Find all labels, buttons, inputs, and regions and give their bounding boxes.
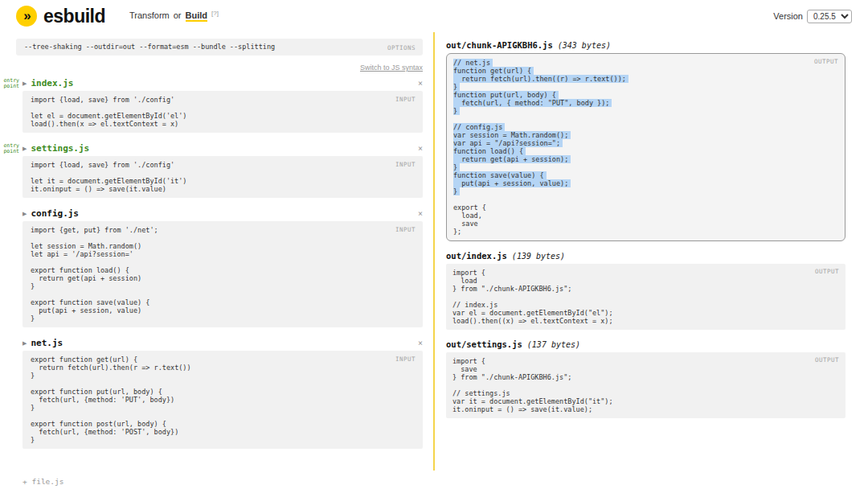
file-section-index: entry point ▶ index.js × import {load, s…: [23, 78, 423, 133]
file-section-net: ▶ net.js × export function get(url) { re…: [23, 338, 423, 449]
output-file-size: (137 bytes): [527, 340, 580, 349]
chevrons-right-icon: »: [23, 9, 29, 23]
output-code: // net.jsfunction get(url) { return fetc…: [453, 59, 838, 236]
close-icon[interactable]: ×: [418, 210, 423, 218]
output-code-box[interactable]: import { save} from "./chunk-APIGKBH6.js…: [446, 352, 845, 418]
nav-or-text: or: [174, 10, 182, 20]
output-file-name: out/chunk-APIGKBH6.js: [446, 40, 553, 50]
file-header: ▶ config.js ×: [23, 208, 423, 219]
close-icon[interactable]: ×: [418, 145, 423, 153]
code-input-wrap: export function get(url) { return fetch(…: [23, 351, 423, 449]
options-row: OPTIONS: [16, 39, 423, 55]
file-name[interactable]: index.js: [31, 78, 73, 88]
close-icon[interactable]: ×: [418, 339, 423, 347]
version-area: Version 0.25.5: [773, 10, 852, 23]
close-icon[interactable]: ×: [418, 80, 423, 88]
tab-transform[interactable]: Transform: [129, 10, 170, 20]
output-file-header: out/index.js (139 bytes): [446, 251, 845, 261]
add-file-button[interactable]: + file.js: [23, 477, 63, 486]
entry-badge-line2: point: [3, 148, 19, 154]
entry-point-badge: entry point: [0, 143, 19, 154]
collapse-arrow-icon[interactable]: ▶: [23, 146, 27, 152]
output-file-name: out/index.js: [446, 251, 507, 261]
output-code-box[interactable]: import { load} from "./chunk-APIGKBH6.js…: [446, 264, 845, 330]
output-file-header: out/settings.js (137 bytes): [446, 339, 845, 349]
collapse-arrow-icon[interactable]: ▶: [23, 211, 27, 217]
mode-nav: Transform or Build [?]: [129, 10, 219, 22]
esbuild-logo-icon: »: [16, 6, 37, 27]
version-label: Version: [773, 11, 803, 21]
file-header: entry point ▶ settings.js ×: [23, 143, 423, 154]
file-section-settings: entry point ▶ settings.js × import {load…: [23, 143, 423, 198]
output-file-size: (343 bytes): [558, 41, 611, 50]
main-split: OPTIONS Switch to JS syntax entry point …: [0, 32, 868, 487]
switch-to-js-syntax-link[interactable]: Switch to JS syntax: [360, 64, 423, 72]
output-file-name: out/settings.js: [446, 339, 522, 349]
file-name[interactable]: settings.js: [31, 143, 89, 154]
version-select[interactable]: 0.25.5: [807, 10, 852, 23]
file-code-input[interactable]: import {load, save} from './config' let …: [23, 91, 423, 133]
output-file-header: out/chunk-APIGKBH6.js (343 bytes): [446, 40, 845, 50]
file-section-config: ▶ config.js × import {get, put} from './…: [23, 208, 423, 327]
entry-badge-line2: point: [3, 83, 19, 89]
input-panel: OPTIONS Switch to JS syntax entry point …: [0, 32, 433, 487]
collapse-arrow-icon[interactable]: ▶: [23, 340, 27, 347]
build-options-input[interactable]: [16, 39, 423, 55]
output-code-box[interactable]: // net.jsfunction get(url) { return fetc…: [446, 53, 845, 241]
file-header: ▶ net.js ×: [23, 338, 423, 348]
collapse-arrow-icon[interactable]: ▶: [23, 80, 27, 87]
output-section-index: out/index.js (139 bytes) import { load} …: [446, 251, 845, 330]
app-title: esbuild: [43, 6, 105, 27]
code-input-wrap: import {get, put} from './net'; let sess…: [23, 221, 423, 327]
output-code: import { load} from "./chunk-APIGKBH6.js…: [452, 269, 839, 325]
file-code-input[interactable]: export function get(url) { return fetch(…: [23, 351, 423, 449]
file-code-input[interactable]: import {get, put} from './net'; let sess…: [23, 221, 423, 327]
code-input-wrap: import {load, save} from './config' let …: [23, 91, 423, 133]
entry-point-badge: entry point: [0, 78, 19, 88]
output-section-settings: out/settings.js (137 bytes) import { sav…: [446, 339, 845, 418]
output-section-chunk: out/chunk-APIGKBH6.js (343 bytes) // net…: [446, 40, 845, 241]
file-name[interactable]: config.js: [31, 208, 79, 219]
file-code-input[interactable]: import {load, save} from './config' let …: [23, 156, 423, 198]
file-header: entry point ▶ index.js ×: [23, 78, 423, 88]
app-header: » esbuild Transform or Build [?] Version…: [0, 0, 868, 32]
switch-row: Switch to JS syntax: [16, 59, 423, 73]
help-link[interactable]: [?]: [211, 10, 219, 17]
tab-build[interactable]: Build: [186, 10, 208, 22]
file-name[interactable]: net.js: [31, 338, 63, 348]
output-code: import { save} from "./chunk-APIGKBH6.js…: [452, 357, 839, 413]
output-panel: out/chunk-APIGKBH6.js (343 bytes) // net…: [435, 32, 868, 428]
output-file-size: (139 bytes): [512, 252, 565, 261]
code-input-wrap: import {load, save} from './config' let …: [23, 156, 423, 198]
